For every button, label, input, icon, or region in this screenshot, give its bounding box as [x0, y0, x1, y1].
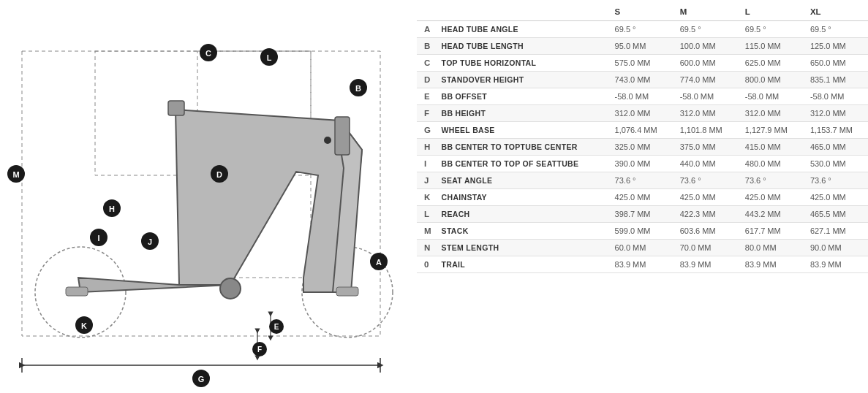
- row-val-l: 425.0 MM: [738, 189, 803, 206]
- svg-text:D: D: [216, 170, 222, 179]
- row-val-s: 575.0 MM: [608, 55, 673, 72]
- table-row: H BB CENTER TO TOPTUBE CENTER 325.0 MM 3…: [417, 139, 868, 156]
- row-val-s: 599.0 MM: [608, 223, 673, 240]
- row-letter: K: [417, 189, 434, 206]
- row-val-l: 625.0 MM: [738, 55, 803, 72]
- row-val-m: 425.0 MM: [673, 189, 738, 206]
- row-val-xl: 530.0 MM: [803, 156, 868, 172]
- row-val-xl: -58.0 MM: [803, 88, 868, 105]
- row-letter: E: [417, 88, 434, 105]
- row-letter: 0: [417, 256, 434, 273]
- bike-diagram-panel: A B C D E F G H I J K L M: [0, 0, 417, 393]
- svg-rect-12: [66, 287, 88, 296]
- row-val-s: 398.7 MM: [608, 206, 673, 223]
- svg-text:L: L: [267, 53, 272, 62]
- svg-rect-13: [336, 287, 358, 296]
- row-val-xl: 465.0 MM: [803, 139, 868, 156]
- row-val-m: 440.0 MM: [673, 156, 738, 172]
- row-val-l: 617.7 MM: [738, 223, 803, 240]
- row-name: CHAINSTAY: [434, 189, 608, 206]
- row-letter: C: [417, 55, 434, 72]
- row-val-l: 1,127.9 MM: [738, 122, 803, 139]
- col-header-xl: XL: [803, 3, 868, 21]
- row-name: TRAIL: [434, 256, 608, 273]
- row-val-m: 69.5 °: [673, 21, 738, 38]
- row-letter: F: [417, 105, 434, 122]
- row-name: SEAT ANGLE: [434, 172, 608, 189]
- col-header-l: L: [738, 3, 803, 21]
- row-name: WHEEL BASE: [434, 122, 608, 139]
- row-val-s: 1,076.4 MM: [608, 122, 673, 139]
- table-row: F BB HEIGHT 312.0 MM 312.0 MM 312.0 MM 3…: [417, 105, 868, 122]
- svg-text:B: B: [355, 84, 361, 93]
- row-letter: M: [417, 223, 434, 240]
- table-row: B HEAD TUBE LENGTH 95.0 MM 100.0 MM 115.…: [417, 38, 868, 55]
- row-val-m: 70.0 MM: [673, 240, 738, 256]
- row-val-s: -58.0 MM: [608, 88, 673, 105]
- row-val-xl: 835.1 MM: [803, 72, 868, 88]
- row-name: BB CENTER TO TOPTUBE CENTER: [434, 139, 608, 156]
- row-val-m: 375.0 MM: [673, 139, 738, 156]
- row-val-m: -58.0 MM: [673, 88, 738, 105]
- svg-rect-9: [168, 101, 184, 115]
- row-val-xl: 627.1 MM: [803, 223, 868, 240]
- row-name: TOP TUBE HORIZONTAL: [434, 55, 608, 72]
- row-letter: A: [417, 21, 434, 38]
- svg-marker-5: [176, 110, 362, 292]
- row-letter: H: [417, 139, 434, 156]
- row-name: HEAD TUBE LENGTH: [434, 38, 608, 55]
- table-row: 0 TRAIL 83.9 MM 83.9 MM 83.9 MM 83.9 MM: [417, 256, 868, 273]
- row-val-m: 1,101.8 MM: [673, 122, 738, 139]
- row-val-l: 480.0 MM: [738, 156, 803, 172]
- row-name: REACH: [434, 206, 608, 223]
- svg-text:F: F: [257, 346, 262, 354]
- table-row: N STEM LENGTH 60.0 MM 70.0 MM 80.0 MM 90…: [417, 240, 868, 256]
- row-name: BB CENTER TO TOP OF SEATTUBE: [434, 156, 608, 172]
- row-name: STEM LENGTH: [434, 240, 608, 256]
- table-row: C TOP TUBE HORIZONTAL 575.0 MM 600.0 MM …: [417, 55, 868, 72]
- geometry-table-panel: S M L XL A HEAD TUBE ANGLE 69.5 ° 69.5 °…: [417, 0, 868, 393]
- row-name: BB OFFSET: [434, 88, 608, 105]
- row-val-xl: 83.9 MM: [803, 256, 868, 273]
- row-val-m: 422.3 MM: [673, 206, 738, 223]
- svg-text:C: C: [205, 49, 211, 58]
- row-val-m: 774.0 MM: [673, 72, 738, 88]
- row-val-l: 80.0 MM: [738, 240, 803, 256]
- svg-text:E: E: [274, 323, 279, 331]
- svg-text:H: H: [109, 205, 115, 213]
- table-row: K CHAINSTAY 425.0 MM 425.0 MM 425.0 MM 4…: [417, 189, 868, 206]
- row-val-l: 115.0 MM: [738, 38, 803, 55]
- row-val-l: 800.0 MM: [738, 72, 803, 88]
- table-row: M STACK 599.0 MM 603.6 MM 617.7 MM 627.1…: [417, 223, 868, 240]
- row-val-l: 415.0 MM: [738, 139, 803, 156]
- row-val-xl: 125.0 MM: [803, 38, 868, 55]
- row-val-l: 69.5 °: [738, 21, 803, 38]
- row-name: STACK: [434, 223, 608, 240]
- row-val-xl: 69.5 °: [803, 21, 868, 38]
- row-letter: B: [417, 38, 434, 55]
- row-val-xl: 650.0 MM: [803, 55, 868, 72]
- row-val-l: 73.6 °: [738, 172, 803, 189]
- row-val-m: 603.6 MM: [673, 223, 738, 240]
- row-val-m: 100.0 MM: [673, 38, 738, 55]
- row-letter: J: [417, 172, 434, 189]
- row-val-m: 312.0 MM: [673, 105, 738, 122]
- row-letter: L: [417, 206, 434, 223]
- svg-text:J: J: [148, 237, 152, 246]
- svg-text:K: K: [81, 321, 87, 330]
- row-letter: I: [417, 156, 434, 172]
- col-header-letter: [417, 3, 434, 21]
- table-row: A HEAD TUBE ANGLE 69.5 ° 69.5 ° 69.5 ° 6…: [417, 21, 868, 38]
- row-val-m: 73.6 °: [673, 172, 738, 189]
- row-val-l: 443.2 MM: [738, 206, 803, 223]
- row-val-s: 73.6 °: [608, 172, 673, 189]
- table-row: I BB CENTER TO TOP OF SEATTUBE 390.0 MM …: [417, 156, 868, 172]
- row-letter: D: [417, 72, 434, 88]
- svg-text:I: I: [97, 234, 99, 243]
- row-val-s: 69.5 °: [608, 21, 673, 38]
- col-header-name: [434, 3, 608, 21]
- row-letter: N: [417, 240, 434, 256]
- svg-rect-10: [335, 117, 350, 155]
- table-row: G WHEEL BASE 1,076.4 MM 1,101.8 MM 1,127…: [417, 122, 868, 139]
- row-val-l: 312.0 MM: [738, 105, 803, 122]
